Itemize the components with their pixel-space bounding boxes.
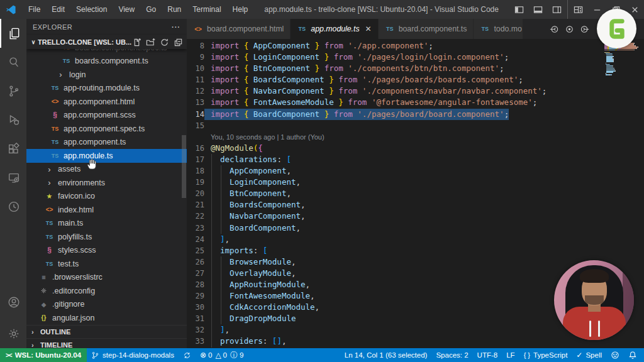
code-line-11[interactable]: 11import { BoardsComponent } from './pag…	[187, 74, 644, 85]
code-line-19[interactable]: 19 LoginComponent,	[187, 177, 644, 188]
tree-item-.browserslistrc[interactable]: ≡.browserslistrc	[26, 271, 187, 285]
nav-dot-circle-icon[interactable]	[565, 25, 574, 34]
activity-extensions[interactable]	[0, 134, 26, 163]
tree-item-assets[interactable]: ›assets	[26, 163, 187, 177]
menu-edit[interactable]: Edit	[46, 0, 70, 19]
tree-item-angular.json[interactable]: {}angular.json	[26, 311, 187, 325]
tree-item-app.component.spec.ts[interactable]: TSapp.component.spec.ts	[26, 122, 187, 136]
activity-run-and-debug[interactable]	[0, 106, 26, 134]
status-branch[interactable]: step-14-dialog-modals	[87, 348, 179, 362]
code-line-10[interactable]: 10import { BtnComponent } from './compon…	[187, 63, 644, 74]
menu-terminal[interactable]: Terminal	[187, 0, 226, 19]
code-text: ],	[204, 324, 230, 336]
tree-item-app.component.ts[interactable]: TSapp.component.ts	[26, 136, 187, 150]
tree-item-app.component.html[interactable]: <>app.component.html	[26, 95, 187, 109]
line-number: 27	[187, 268, 204, 279]
nav-forward-circle-icon[interactable]	[580, 25, 590, 34]
window-title: app.module.ts - trello-clone [WSL: Ubunt…	[253, 5, 509, 14]
nav-back-circle-icon[interactable]	[549, 25, 558, 34]
line-number: 31	[187, 313, 204, 324]
tree-item-app-routing.module.ts[interactable]: TSapp-routing.module.ts	[26, 82, 187, 96]
code-line-9[interactable]: 9import { LoginComponent } from './pages…	[187, 52, 644, 63]
code-line-18[interactable]: 18 AppComponent,	[187, 165, 644, 177]
code-line-17[interactable]: 17 declarations: [	[187, 154, 644, 165]
more-actions-icon[interactable]: ···	[172, 23, 180, 31]
activity-search[interactable]	[0, 48, 26, 77]
tab-app.module.ts[interactable]: TSapp.module.ts✕	[291, 19, 378, 39]
activity-remote-explorer[interactable]	[0, 163, 26, 192]
status-cursor-position[interactable]: Ln 14, Col 1 (63 selected)	[340, 348, 432, 362]
status-feedback[interactable]	[606, 348, 624, 362]
tab-todo.mo[interactable]: TStodo.mo	[474, 19, 523, 39]
code-line-14[interactable]: 14import { BoardComponent } from './page…	[187, 109, 644, 120]
tab-board.component.html[interactable]: <>board.component.html	[187, 19, 291, 39]
status-spell-checker[interactable]: ✓Spell	[572, 348, 606, 362]
tree-item-environments[interactable]: ›environments	[26, 176, 187, 190]
tab-board.component.ts[interactable]: TSboard.component.ts	[379, 19, 474, 39]
menu-selection[interactable]: Selection	[70, 0, 113, 19]
code-line-23[interactable]: 23 BoardComponent,	[187, 222, 644, 234]
new-file-icon[interactable]	[132, 38, 142, 47]
line-number: 30	[187, 302, 204, 313]
section-timeline[interactable]: ›TIMELINE	[26, 338, 187, 349]
collapse-all-icon[interactable]	[174, 38, 183, 47]
status-eol[interactable]: LF	[502, 348, 519, 362]
status-sync[interactable]	[179, 348, 196, 362]
code-line-24[interactable]: 24 ],	[187, 234, 644, 245]
tree-item-boards.component.ts[interactable]: TSboards.component.ts	[26, 55, 187, 69]
code-line-22[interactable]: 22 NavbarComponent,	[187, 211, 644, 222]
tree-item-polyfills.ts[interactable]: TSpolyfills.ts	[26, 230, 187, 244]
menu-go[interactable]: Go	[140, 0, 162, 19]
menu-run[interactable]: Run	[162, 0, 187, 19]
code-line-15[interactable]: 15	[187, 120, 644, 131]
code-line-20[interactable]: 20 BtnComponent,	[187, 188, 644, 199]
tree-item-app.component.scss[interactable]: §app.component.scss	[26, 109, 187, 123]
folder-section-header[interactable]: ∨ TRELLO-CLONE [WSL: UB...	[26, 35, 187, 49]
code-line-13[interactable]: 13import { FontAwesomeModule } from '@fo…	[187, 97, 644, 108]
code-line-12[interactable]: 12import { NavbarComponent } from './com…	[187, 85, 644, 97]
activity-accounts[interactable]	[0, 288, 26, 317]
code-text: DragDropModule	[204, 313, 296, 324]
tree-item-main.ts[interactable]: TSmain.ts	[26, 217, 187, 231]
code-line-25[interactable]: 25 imports: [	[187, 245, 644, 256]
ts-file-icon: TS	[61, 58, 72, 64]
status-problems[interactable]: ⊗0△0ⓘ9	[196, 348, 248, 362]
layout-sidebar-right-button[interactable]	[547, 0, 566, 19]
menu-help[interactable]: Help	[227, 0, 254, 19]
code-line-21[interactable]: 21 BoardsComponent,	[187, 199, 644, 211]
code-line-8[interactable]: 8import { AppComponent } from './app.com…	[187, 40, 644, 52]
layout-sidebar-button[interactable]	[509, 0, 528, 19]
menu-view[interactable]: View	[113, 0, 140, 19]
customize-layout-button[interactable]	[567, 0, 587, 19]
code-text: ],	[204, 234, 230, 245]
code-line-33[interactable]: 33 providers: [],	[187, 336, 644, 347]
tree-item-test.ts[interactable]: TStest.ts	[26, 257, 187, 271]
close-icon[interactable]: ✕	[365, 25, 372, 33]
tree-item-favicon.ico[interactable]: ★favicon.ico	[26, 190, 187, 204]
tree-item-styles.scss[interactable]: §styles.scss	[26, 244, 187, 258]
activity-source-control[interactable]	[0, 77, 26, 106]
status-notifications[interactable]	[624, 348, 641, 362]
layout-panel-button[interactable]	[528, 0, 547, 19]
tree-item-login[interactable]: ›login	[26, 68, 187, 82]
code-text: BtnComponent,	[204, 188, 291, 199]
section-outline[interactable]: ›OUTLINE	[26, 325, 187, 338]
status-indentation[interactable]: Spaces: 2	[431, 348, 472, 362]
new-folder-icon[interactable]	[146, 38, 155, 47]
gitlens-blame-annotation[interactable]: You, 10 seconds ago | 1 author (You)	[187, 131, 644, 143]
refresh-icon[interactable]	[160, 38, 169, 47]
tree-item-.gitignore[interactable]: ◆.gitignore	[26, 298, 187, 312]
tree-item-.editorconfig[interactable]: .editorconfig	[26, 284, 187, 298]
tree-item-app.module.ts[interactable]: TSapp.module.ts	[26, 149, 187, 163]
activity-history[interactable]	[0, 192, 26, 221]
activity-explorer[interactable]	[0, 19, 26, 48]
activity-settings[interactable]	[0, 319, 26, 348]
status-language-mode[interactable]: { }TypeScript	[519, 348, 572, 362]
tree-item-index.html[interactable]: <>index.html	[26, 203, 187, 217]
menu-file[interactable]: File	[23, 0, 46, 19]
code-line-16[interactable]: 16@NgModule({	[187, 143, 644, 154]
sidebar-scrollbar[interactable]	[182, 135, 186, 198]
section-label: OUTLINE	[40, 328, 70, 336]
status-remote[interactable]: ><WSL: Ubuntu-20.04	[0, 348, 87, 362]
status-encoding[interactable]: UTF-8	[473, 348, 502, 362]
